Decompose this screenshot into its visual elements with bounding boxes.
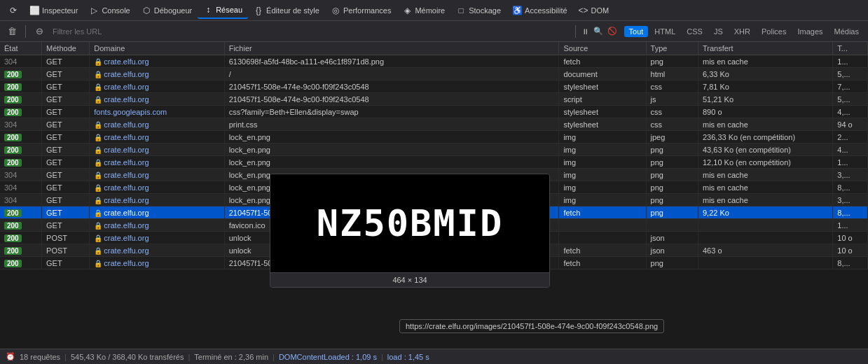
lock-icon: 🔒 (94, 260, 102, 267)
cell-time: 1... (833, 55, 868, 68)
filter-btn-tout[interactable]: Tout (624, 26, 649, 37)
filter-btn-html[interactable]: HTML (649, 26, 680, 37)
cell-method: GET (42, 194, 90, 206)
table-row[interactable]: 200GET🔒crate.elfu.orglock_en.pngimgpng43… (0, 144, 868, 156)
lock-icon: 🔒 (94, 121, 102, 129)
toolbar-btn-refresh[interactable]: ⟳ (3, 3, 24, 18)
cell-domain: 🔒crate.elfu.org (90, 93, 224, 106)
table-row[interactable]: 200GET🔒crate.elfu.org210457f1-508e-474e-… (0, 80, 868, 93)
table-row[interactable]: 200GETfonts.googleapis.comcss?family=Bet… (0, 106, 868, 118)
inspector-icon: ⬜ (29, 6, 39, 15)
cell-state: 200 (0, 93, 42, 106)
image-preview-text: NZ50BMID (317, 202, 503, 244)
console-icon: ▷ (89, 6, 99, 15)
lock-icon: 🔒 (94, 134, 102, 141)
lock-icon: 🔒 (94, 58, 102, 66)
filter-icon-btn[interactable]: ⊖ (32, 24, 47, 39)
cell-state: 200 (0, 68, 42, 80)
toolbar-btn-reseau[interactable]: ↕ Réseau (198, 2, 248, 19)
toolbar-btn-editeur[interactable]: {} Éditeur de style (248, 3, 325, 18)
table-row[interactable]: 200GET🔒crate.elfu.org210457f1-508e-474e-… (0, 93, 868, 106)
cell-time: 2... (833, 131, 868, 144)
cell-file: 210457f1-508e-474e-9c00-f09f243c0548 (224, 80, 559, 93)
table-row[interactable]: 304GET🔒crate.elfu.org6130698f-a5fd-48bc-… (0, 55, 868, 68)
cell-method: GET (42, 156, 90, 169)
col-header-transfer[interactable]: Transfert (698, 42, 832, 55)
toolbar-btn-dom[interactable]: <> DOM (573, 3, 615, 18)
cell-transfer: 51,21 Ko (698, 93, 832, 106)
cell-method: GET (42, 106, 90, 118)
cell-source: img (559, 131, 646, 144)
status-domcontent[interactable]: DOMContentLoaded : 1,09 s (279, 353, 377, 361)
cell-method: GET (42, 80, 90, 93)
cell-file: / (224, 68, 559, 80)
toolbar-label-memoire: Mémoire (415, 6, 445, 15)
lock-icon: 🔒 (94, 146, 102, 154)
cell-type: png (646, 257, 698, 270)
cell-file: 210457f1-508e-474e-9c00-f09f243c0548 (224, 93, 559, 106)
col-header-method[interactable]: Méthode (42, 42, 90, 55)
cell-state: 200 (0, 80, 42, 93)
performances-icon: ◎ (331, 6, 340, 15)
cell-domain: 🔒crate.elfu.org (90, 118, 224, 131)
filter-btn-xhr[interactable]: XHR (729, 26, 755, 37)
filter-btn-js[interactable]: JS (709, 26, 728, 37)
cell-source: fetch (559, 206, 646, 219)
status-load[interactable]: load : 1,45 s (387, 353, 429, 361)
table-row[interactable]: 200GET🔒crate.elfu.orglock_en.pngimgjpeg2… (0, 131, 868, 144)
filter-btn-medias[interactable]: Médias (829, 26, 864, 37)
cell-source: img (559, 181, 646, 194)
table-header-row: État Méthode Domaine Fichier Source Type… (0, 42, 868, 55)
cell-transfer: mis en cache (698, 181, 832, 194)
toolbar-btn-memoire[interactable]: ◈ Mémoire (397, 3, 450, 18)
cell-time: 3,... (833, 169, 868, 181)
toolbar-label-editeur: Éditeur de style (266, 6, 319, 15)
image-dimensions: 464 × 134 (270, 272, 549, 287)
col-header-type[interactable]: Type (646, 42, 698, 55)
cell-type: js (646, 93, 698, 106)
cell-time: 10 o (833, 244, 868, 257)
filter-btn-polices[interactable]: Polices (757, 26, 791, 37)
cell-domain: 🔒crate.elfu.org (90, 194, 224, 206)
cell-transfer: 890 o (698, 106, 832, 118)
table-row[interactable]: 304GET🔒crate.elfu.orgprint.cssstylesheet… (0, 118, 868, 131)
refresh-icon: ⟳ (8, 6, 18, 15)
cell-method: GET (42, 131, 90, 144)
col-header-state[interactable]: État (0, 42, 42, 55)
lock-icon: 🔒 (94, 222, 102, 230)
toolbar-btn-console[interactable]: ▷ Console (83, 3, 135, 18)
filter-btn-images[interactable]: Images (792, 26, 827, 37)
toolbar-btn-debugger[interactable]: ⬡ Débogueur (136, 3, 198, 18)
toolbar-btn-accessibilite[interactable]: ♿ Accessibilité (507, 3, 573, 18)
cell-domain: 🔒crate.elfu.org (90, 257, 224, 270)
col-header-time[interactable]: T... (833, 42, 868, 55)
cell-method: GET (42, 169, 90, 181)
filterbar: 🗑 ⊖ ⏸ 🔍 🚫 Tout HTML CSS JS XHR Polices I… (0, 21, 868, 42)
cell-source (559, 232, 646, 244)
statusbar-sep-2: | (188, 353, 190, 361)
toolbar-btn-stockage[interactable]: □ Stockage (450, 3, 507, 18)
toolbar-btn-inspector[interactable]: ⬜ Inspecteur (24, 3, 83, 18)
cell-method: GET (42, 93, 90, 106)
cell-method: GET (42, 181, 90, 194)
cell-transfer: 463 o (698, 244, 832, 257)
url-filter-input[interactable] (50, 26, 570, 37)
cell-file: css?family=Beth+Ellen&display=swap (224, 106, 559, 118)
cell-type: css (646, 106, 698, 118)
filter-btn-css[interactable]: CSS (682, 26, 708, 37)
table-row[interactable]: 200GET🔒crate.elfu.orglock_en.pngimgpng12… (0, 156, 868, 169)
cell-transfer: mis en cache (698, 194, 832, 206)
col-header-source[interactable]: Source (559, 42, 646, 55)
cell-transfer: mis en cache (698, 55, 832, 68)
toolbar-btn-performances[interactable]: ◎ Performances (325, 3, 397, 18)
col-header-file[interactable]: Fichier (224, 42, 559, 55)
cell-source: img (559, 144, 646, 156)
cell-time: 10 o (833, 232, 868, 244)
cell-domain: 🔒crate.elfu.org (90, 55, 224, 68)
filter-divider-2 (575, 25, 576, 38)
table-row[interactable]: 200GET🔒crate.elfu.org/documenthtml6,33 K… (0, 68, 868, 80)
col-header-domain[interactable]: Domaine (90, 42, 224, 55)
lock-icon: 🔒 (94, 172, 102, 179)
trash-button[interactable]: 🗑 (4, 24, 20, 39)
cell-method: GET (42, 118, 90, 131)
